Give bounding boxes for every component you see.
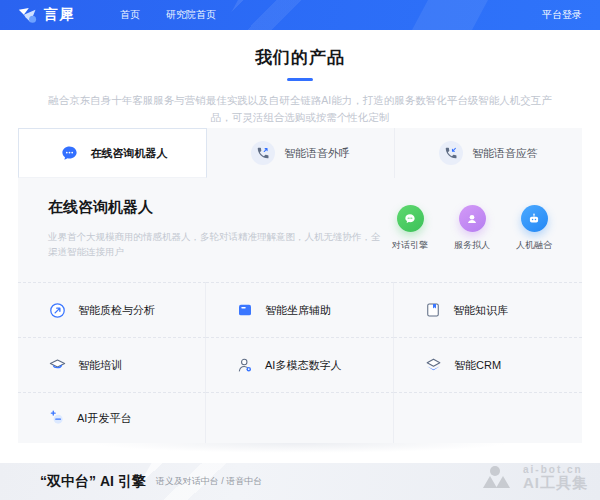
brand-name: 言犀	[44, 6, 74, 24]
nav-item-research-home[interactable]: 研究院首页	[166, 8, 216, 22]
ai-bot-logo-icon	[482, 464, 516, 492]
tab-label: 智能语音外呼	[284, 146, 350, 161]
highlight-label: 服务拟人	[454, 239, 490, 252]
capability-crm[interactable]: 智能CRM	[394, 337, 582, 392]
watermark-text: ai-bot.cn AI工具集	[523, 464, 588, 492]
section-divider	[0, 443, 600, 463]
section-title: 我们的产品	[0, 46, 600, 69]
capability-label: 智能质检与分析	[78, 303, 155, 318]
ai-platform-sparkle-icon	[48, 409, 66, 427]
human-machine-icon	[521, 205, 548, 232]
title-underline	[287, 78, 313, 81]
capability-ai-dev-platform[interactable]: AI开发平台	[18, 392, 206, 443]
grid-empty-cell	[206, 392, 394, 443]
capability-label: AI开发平台	[77, 411, 131, 426]
phone-inbound-icon	[439, 141, 463, 165]
brand[interactable]: 言犀	[18, 6, 74, 24]
capability-label: 智能坐席辅助	[265, 303, 331, 318]
engine-title: “双中台” AI 引擎	[40, 473, 146, 491]
highlight-human-machine: 人机融合	[508, 205, 560, 252]
quality-compass-icon	[48, 301, 67, 320]
service-persona-icon	[459, 205, 486, 232]
platform-login-link[interactable]: 平台登录	[542, 8, 582, 22]
nav-item-home[interactable]: 首页	[120, 8, 140, 22]
highlight-service-persona: 服务拟人	[446, 205, 498, 252]
tab-voice-outbound[interactable]: 智能语音外呼	[207, 128, 395, 178]
grid-empty-cell	[394, 392, 582, 443]
phone-outbound-icon	[251, 141, 275, 165]
tab-label: 在线咨询机器人	[91, 146, 168, 161]
highlight-label: 人机融合	[516, 239, 552, 252]
products-hero: 我们的产品 融合京东自身十年客服服务与营销最佳实践以及自研全链路AI能力，打造的…	[0, 30, 600, 128]
capability-training[interactable]: 智能培训	[18, 337, 206, 392]
capability-label: AI多模态数字人	[265, 358, 341, 373]
capability-label: 智能知识库	[453, 303, 508, 318]
tab-voice-answer[interactable]: 智能语音应答	[395, 128, 582, 178]
engine-subtitle: 语义及对话中台 / 语音中台	[156, 475, 263, 488]
highlight-dialog-engine: 对话引擎	[384, 205, 436, 252]
watermark-name: AI工具集	[523, 475, 588, 492]
section-description: 融合京东自身十年客服服务与营销最佳实践以及自研全链路AI能力，打造的服务数智化平…	[38, 92, 562, 126]
highlight-label: 对话引擎	[392, 239, 428, 252]
capability-agent-assist[interactable]: 智能坐席辅助	[206, 282, 394, 337]
capability-label: 智能CRM	[454, 358, 501, 373]
watermark: ai-bot.cn AI工具集	[482, 464, 588, 492]
digital-human-icon	[236, 356, 254, 374]
product-tabs: 在线咨询机器人 智能语音外呼 智能语音应答	[18, 128, 582, 178]
capability-knowledge-base[interactable]: 智能知识库	[394, 282, 582, 337]
top-nav-bar: 言犀 首页 研究院首页 平台登录	[0, 0, 600, 30]
training-cap-icon	[48, 356, 67, 375]
dialog-engine-icon	[397, 205, 424, 232]
chat-bubble-icon	[58, 141, 82, 165]
tab-label: 智能语音应答	[472, 146, 538, 161]
top-nav-links: 首页 研究院首页	[120, 8, 216, 22]
crm-layers-icon	[424, 356, 443, 375]
knowledge-book-icon	[424, 301, 442, 319]
capability-label: 智能培训	[78, 358, 122, 373]
panel-description: 业界首个大规模商用的情感机器人，多轮对话精准理解意图，人机无缝协作，全渠道智能连…	[48, 229, 388, 259]
tab-online-consult-robot[interactable]: 在线咨询机器人	[18, 128, 207, 178]
agent-assist-monitor-icon	[236, 301, 254, 319]
online-robot-panel: 在线咨询机器人 业界首个大规模商用的情感机器人，多轮对话精准理解意图，人机无缝协…	[18, 178, 582, 443]
capability-digital-human[interactable]: AI多模态数字人	[206, 337, 394, 392]
capability-quality-analysis[interactable]: 智能质检与分析	[18, 282, 206, 337]
capability-grid: 智能质检与分析 智能坐席辅助 智能知识库	[18, 282, 582, 443]
panel-highlights: 对话引擎 服务拟人 人机融合	[384, 205, 560, 252]
yanxi-logo-icon	[18, 7, 38, 24]
